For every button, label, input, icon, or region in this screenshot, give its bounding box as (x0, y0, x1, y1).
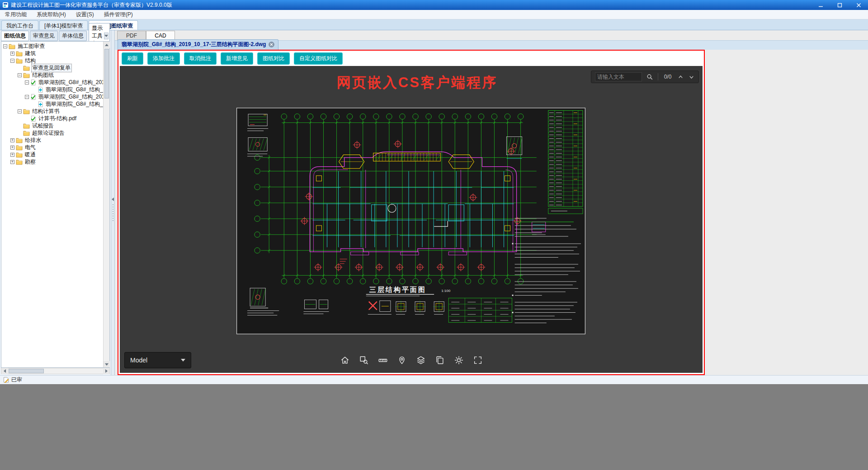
sheet-border (237, 108, 585, 334)
tree-item-7[interactable]: −翡翠湖别院_G8#_结构_2019_10_17-[ (1, 93, 103, 100)
home-button[interactable] (337, 352, 353, 368)
close-button[interactable] (849, 0, 868, 10)
tree-expander[interactable]: + (10, 138, 14, 142)
layers-icon (416, 355, 426, 365)
tree-item-5[interactable]: −翡翠湖别院_G8#_结构_2019_10_17-三 (1, 79, 103, 86)
search-button[interactable] (646, 73, 654, 81)
file-tab-label: 翡翠湖别院_G8#_结构_2019_10_17-三层结构平面图-2.dwg (122, 41, 266, 48)
folder-icon (16, 159, 23, 165)
zoom-window-icon (359, 355, 369, 365)
chevron-down-icon (688, 74, 695, 80)
menu-item-2[interactable]: 设置(S) (71, 10, 99, 19)
folder-icon (16, 51, 23, 56)
scroll-right-button[interactable] (103, 368, 109, 374)
drawing-scale: 1:100 (441, 289, 451, 293)
tree-expander[interactable]: + (10, 160, 14, 164)
left-tab-0[interactable]: 图纸信息 (1, 31, 29, 41)
tree-item-label: 结构计算书 (31, 108, 60, 115)
zoom-window-button[interactable] (356, 352, 372, 368)
tree-expander[interactable]: − (25, 80, 29, 85)
file-tree: −施工图审查+建筑−结构审查意见回复单−结构图纸−翡翠湖别院_G8#_结构_20… (1, 42, 103, 367)
status-label: 已审 (11, 376, 22, 384)
tree-item-1[interactable]: +建筑 (1, 50, 103, 57)
cad-toolbar-button-5[interactable]: 自定义图纸对比 (294, 52, 343, 65)
app-window: 建设工程设计施工图一体化审查服务平台（审查专家版）V2.9.0.0版 常用功能系… (0, 0, 868, 384)
cad-toolbar-button-3[interactable]: 新增意见 (221, 52, 253, 65)
menu-item-3[interactable]: 插件管理(P) (99, 10, 138, 19)
tree-expander[interactable]: − (10, 59, 14, 63)
minimize-button[interactable] (811, 0, 830, 10)
main-tab-0[interactable]: 我的工作台 (1, 20, 38, 30)
hscroll-thumb[interactable] (9, 369, 44, 373)
tree-item-6[interactable]: 翡翠湖别院_G8#_结构_2019_10_1 (1, 86, 103, 93)
scroll-left-button[interactable] (1, 368, 8, 374)
tree-expander[interactable]: + (10, 146, 14, 150)
cad-toolbar-button-0[interactable]: 刷新 (122, 52, 143, 65)
scroll-down-button[interactable] (104, 361, 110, 367)
tree-item-8[interactable]: 翡翠湖别院_G8#_结构_2019_10_1 (1, 100, 103, 108)
file-tab[interactable]: 翡翠湖别院_G8#_结构_2019_10_17-三层结构平面图-2.dwg (118, 39, 278, 50)
cad-toolbar-button-1[interactable]: 添加批注 (147, 52, 180, 65)
left-tab-1[interactable]: 审查意见 (30, 31, 58, 41)
reviewed-status-icon (3, 377, 9, 383)
title-bar: 建设工程设计施工图一体化审查服务平台（审查专家版）V2.9.0.0版 (0, 0, 868, 10)
folder-icon (9, 43, 15, 49)
file-tab-close-button[interactable] (269, 42, 274, 47)
format-tab-cad[interactable]: CAD (146, 31, 175, 40)
tree-expander[interactable]: + (10, 52, 14, 56)
app-logo-icon (2, 2, 9, 8)
fullscreen-icon (473, 355, 483, 365)
format-tab-strip: PDFCAD (115, 30, 868, 40)
left-panel: 图纸信息审查意见单体信息 显示工具条 −施工图审查+建筑−结构审查意见回复单−结… (0, 30, 111, 375)
tree-item-label: 电气 (24, 144, 37, 151)
tree-expander[interactable]: − (18, 109, 22, 113)
folder-icon (16, 58, 23, 64)
layers-button[interactable] (413, 352, 429, 368)
tree-item-label: 翡翠湖别院_G8#_结构_2019_10_1 (45, 100, 103, 108)
cad-toolbar-button-4[interactable]: 图纸对比 (257, 52, 290, 65)
model-selector[interactable]: Model (124, 352, 191, 368)
tree-item-16[interactable]: +勘察 (1, 158, 103, 165)
left-panel-tabs: 图纸信息审查意见单体信息 显示工具条 (0, 30, 111, 41)
annotation-plus-icon (38, 101, 43, 107)
tree-item-9[interactable]: −结构计算书 (1, 108, 103, 115)
tree-horizontal-scrollbar[interactable] (1, 368, 110, 374)
maximize-button[interactable] (830, 0, 849, 10)
menu-item-0[interactable]: 常用功能 (0, 10, 32, 19)
sheets-button[interactable] (432, 352, 448, 368)
vscroll-thumb[interactable] (104, 49, 109, 99)
scroll-up-button[interactable] (104, 42, 110, 48)
search-input[interactable] (595, 72, 642, 81)
main-tab-1[interactable]: [单体1]模型审查 (39, 20, 88, 30)
tree-expander[interactable]: + (10, 153, 14, 157)
tree-item-10[interactable]: 计算书-结构.pdf (1, 115, 103, 122)
fullscreen-button[interactable] (470, 352, 486, 368)
format-tab-pdf[interactable]: PDF (117, 31, 146, 40)
tree-item-12[interactable]: 超限论证报告 (1, 129, 103, 136)
tree-item-0[interactable]: −施工图审查 (1, 42, 103, 50)
folder-icon (23, 130, 30, 136)
tree-item-14[interactable]: +电气 (1, 144, 103, 151)
search-next-button[interactable] (688, 74, 695, 80)
tree-vertical-scrollbar[interactable] (103, 42, 109, 367)
tree-item-label: 暖通 (24, 151, 37, 159)
settings-button[interactable] (451, 352, 467, 368)
close-icon (856, 3, 861, 8)
left-tab-2[interactable]: 单体信息 (59, 31, 87, 41)
tree-item-11[interactable]: 试桩报告 (1, 122, 103, 129)
marker-button[interactable] (394, 352, 410, 368)
tree-item-15[interactable]: +暖通 (1, 151, 103, 158)
tree-expander[interactable]: − (3, 44, 7, 48)
folder-icon (16, 145, 23, 150)
menu-item-1[interactable]: 系统帮助(H) (32, 10, 71, 19)
checked-drawing-icon (30, 94, 36, 100)
cad-toolbar-button-2[interactable]: 取消批注 (184, 52, 217, 65)
tree-item-3[interactable]: 审查意见回复单 (1, 64, 103, 71)
tree-expander[interactable]: − (18, 73, 22, 77)
measure-button[interactable] (375, 352, 391, 368)
tree-item-13[interactable]: +给排水 (1, 136, 103, 144)
panel-splitter[interactable] (111, 30, 115, 375)
tree-expander[interactable]: − (25, 95, 29, 99)
search-previous-button[interactable] (677, 74, 684, 80)
tree-item-4[interactable]: −结构图纸 (1, 71, 103, 79)
